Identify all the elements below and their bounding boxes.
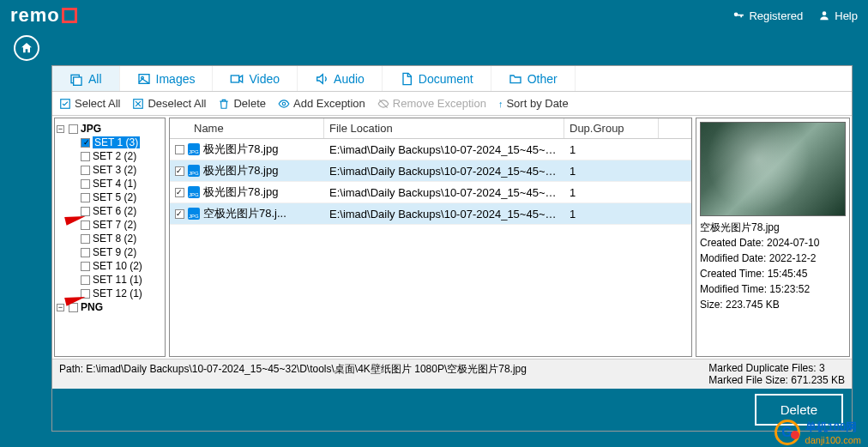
checkbox[interactable] — [69, 124, 78, 134]
tree-item-label: SET 1 (3) — [93, 136, 140, 148]
select-icon — [59, 98, 71, 110]
home-button[interactable] — [14, 35, 39, 61]
tree-item-label: SET 4 (1) — [93, 178, 136, 190]
brand-logo: remo — [10, 4, 77, 27]
file-row[interactable]: 极光图片78.jpgE:\imad\Daily Backups\10-07-20… — [170, 160, 691, 182]
document-icon — [400, 72, 413, 86]
svg-rect-5 — [232, 76, 239, 82]
tab-audio[interactable]: Audio — [298, 66, 383, 91]
checkbox[interactable] — [81, 138, 90, 148]
tree-item-set-1[interactable]: SET 1 (3) — [57, 136, 163, 149]
file-group: 1 — [564, 141, 659, 159]
tree-item-set-8[interactable]: SET 8 (2) — [57, 232, 163, 245]
checkbox[interactable] — [175, 145, 184, 154]
jpg-file-icon — [188, 208, 200, 220]
tree-item-set-3[interactable]: SET 3 (2) — [57, 163, 163, 177]
tab-other[interactable]: Other — [491, 66, 576, 91]
file-location: E:\imad\Daily Backups\10-07-2024_15~45~3… — [324, 205, 564, 223]
preview-created-date: Created Date: 2024-07-10 — [700, 235, 846, 251]
checkbox[interactable] — [81, 262, 90, 271]
checkbox[interactable] — [81, 248, 90, 257]
tree-item-label: SET 5 (2) — [93, 191, 136, 203]
file-group: 1 — [564, 162, 659, 180]
checkbox[interactable] — [81, 166, 90, 175]
svg-point-8 — [282, 102, 286, 106]
checkbox[interactable] — [81, 193, 90, 202]
preview-created-time: Created Time: 15:45:45 — [700, 266, 846, 281]
col-group[interactable]: Dup.Group — [564, 118, 659, 138]
tree-root-jpg[interactable]: − JPG — [57, 122, 163, 136]
watermark: G 单机100网 danji100.com — [775, 420, 861, 445]
tree-item-label: SET 11 (1) — [93, 274, 142, 286]
tab-images[interactable]: Images — [120, 66, 214, 91]
tree-item-label: SET 12 (1) — [93, 287, 142, 299]
file-location: E:\imad\Daily Backups\10-07-2024_15~45~3… — [324, 162, 564, 180]
file-name: 极光图片78.jpg — [203, 142, 278, 157]
add-exception-button[interactable]: Add Exception — [278, 97, 365, 110]
tree-item-label: SET 8 (2) — [93, 233, 136, 245]
registered-button[interactable]: Registered — [732, 9, 803, 22]
tree-item-set-4[interactable]: SET 4 (1) — [57, 177, 163, 190]
tree-item-set-9[interactable]: SET 9 (2) — [57, 245, 163, 259]
eye-icon — [278, 98, 290, 110]
select-all-button[interactable]: Select All — [59, 97, 120, 110]
jpg-file-icon — [188, 165, 200, 177]
file-row[interactable]: 极光图片78.jpgE:\imad\Daily Backups\10-07-20… — [170, 139, 691, 160]
file-name: 极光图片78.jpg — [203, 163, 278, 178]
help-button[interactable]: Help — [818, 9, 858, 22]
tree-item-set-5[interactable]: SET 5 (2) — [57, 190, 163, 204]
tree-item-set-10[interactable]: SET 10 (2) — [57, 259, 163, 273]
collapse-icon[interactable]: − — [57, 304, 64, 311]
remove-exception-button: Remove Exception — [377, 97, 486, 110]
col-name[interactable]: Name — [170, 118, 324, 138]
tab-document[interactable]: Document — [383, 66, 491, 91]
checkbox[interactable] — [81, 234, 90, 244]
status-bar: Path: E:\imad\Daily Backups\10-07-2024_1… — [52, 359, 852, 389]
file-location: E:\imad\Daily Backups\10-07-2024_15~45~3… — [324, 184, 564, 202]
checkbox[interactable] — [81, 275, 90, 285]
tree-item-label: SET 10 (2) — [93, 260, 142, 272]
preview-image — [700, 122, 846, 216]
preview-modified-time: Modified Time: 15:23:52 — [700, 281, 846, 297]
key-icon — [732, 9, 744, 21]
tab-all[interactable]: All — [52, 66, 120, 91]
tree-item-set-11[interactable]: SET 11 (1) — [57, 273, 163, 287]
deselect-all-button[interactable]: Deselect All — [132, 97, 206, 110]
folder-tree[interactable]: − JPG SET 1 (3)SET 2 (2)SET 3 (2)SET 4 (… — [54, 118, 166, 357]
svg-rect-2 — [74, 77, 81, 85]
svg-point-0 — [823, 11, 827, 15]
status-marked-files: Marked Duplicate Files: 3 — [708, 362, 845, 374]
folder-icon — [509, 72, 522, 86]
checkbox[interactable] — [175, 188, 184, 197]
jpg-file-icon — [188, 186, 200, 198]
preview-filename: 空极光图片78.jpg — [700, 220, 846, 235]
eye-off-icon — [377, 98, 389, 110]
trash-icon — [218, 98, 230, 110]
checkbox[interactable] — [81, 179, 90, 189]
file-list-header: Name File Location Dup.Group — [170, 118, 691, 139]
file-location: E:\imad\Daily Backups\10-07-2024_15~45~3… — [324, 141, 564, 159]
collapse-icon[interactable]: − — [57, 125, 64, 133]
status-marked-size: Marked File Size: 671.235 KB — [708, 374, 845, 386]
action-toolbar: Select All Deselect All Delete Add Excep… — [52, 92, 852, 116]
stack-icon — [69, 72, 83, 86]
checkbox[interactable] — [81, 152, 90, 161]
tree-item-set-2[interactable]: SET 2 (2) — [57, 149, 163, 163]
file-row[interactable]: 极光图片78.jpgE:\imad\Daily Backups\10-07-20… — [170, 182, 691, 203]
col-location[interactable]: File Location — [324, 118, 564, 138]
tree-item-label: SET 2 (2) — [93, 150, 136, 162]
tree-item-label: SET 7 (2) — [93, 219, 136, 231]
tab-video[interactable]: Video — [213, 66, 298, 91]
file-row[interactable]: 空极光图片78.j...E:\imad\Daily Backups\10-07-… — [170, 203, 691, 225]
user-icon — [818, 9, 830, 21]
checkbox[interactable] — [175, 209, 184, 219]
file-group: 1 — [564, 184, 659, 202]
audio-icon — [315, 72, 329, 86]
preview-modified-date: Modified Date: 2022-12-2 — [700, 251, 846, 266]
checkbox[interactable] — [175, 166, 184, 176]
preview-panel: 空极光图片78.jpg Created Date: 2024-07-10 Mod… — [696, 118, 850, 357]
sort-by-date-button[interactable]: ↑ Sort by Date — [498, 97, 569, 110]
watermark-url: danji100.com — [805, 435, 861, 445]
delete-button[interactable]: Delete — [218, 97, 266, 110]
deselect-icon — [132, 98, 144, 110]
